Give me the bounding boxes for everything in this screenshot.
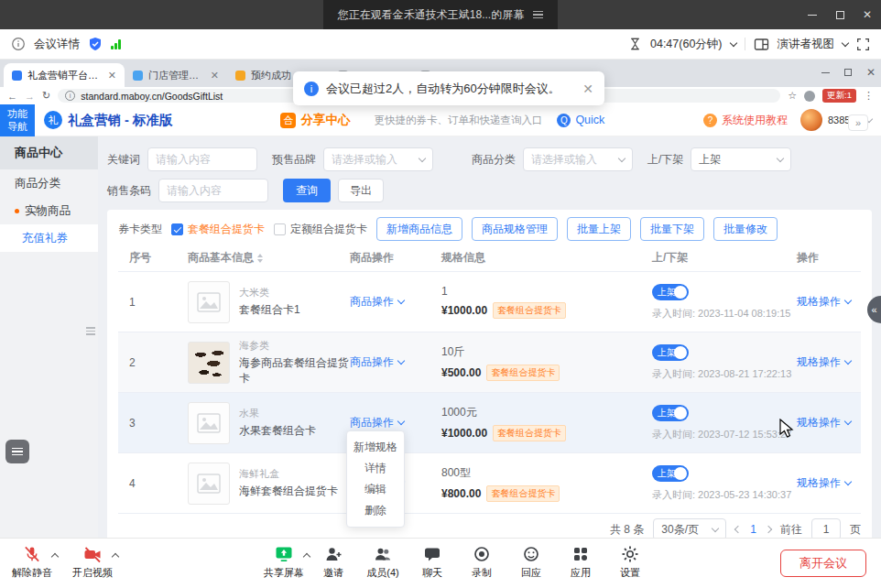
spec-action-link[interactable]: 规格操作 (797, 415, 855, 430)
browser-maximize-icon[interactable] (844, 69, 852, 76)
toast-close-icon[interactable]: ✕ (582, 82, 593, 96)
menu-item-add-spec[interactable]: 新增规格 (347, 437, 404, 458)
product-action-link[interactable]: 商品操作 (350, 415, 441, 430)
page-size-select[interactable]: 30条/页 (653, 518, 726, 538)
panel-collapse-button[interactable]: » (848, 114, 868, 131)
maximize-button[interactable] (826, 0, 854, 29)
batch-edit-button[interactable]: 批量修改 (713, 217, 778, 241)
nav-label-line1: 功能 (7, 107, 27, 120)
card-toolbar: 券卡类型 套餐组合提货卡 定额组合提货卡 新增商品信息 商品规格管理 批量上架 … (118, 217, 861, 241)
tab-close-icon[interactable]: ✕ (211, 70, 219, 82)
menu-item-delete[interactable]: 删除 (347, 500, 404, 521)
checkbox-combo-card[interactable]: 套餐组合提货卡 (171, 222, 265, 237)
product-action-link[interactable]: 商品操作 (350, 354, 441, 370)
keyword-input[interactable] (147, 147, 257, 171)
back-icon[interactable]: ← (7, 91, 17, 102)
entry-time: 录入时间: 2023-08-21 17:22:13 (652, 367, 797, 381)
tutorial-link[interactable]: ? 系统使用教程 (703, 113, 788, 128)
star-icon[interactable]: ☆ (788, 90, 797, 102)
browser-minimize-icon[interactable] (821, 72, 830, 73)
menu-item-edit[interactable]: 编辑 (347, 479, 404, 500)
network-signal-icon[interactable] (111, 39, 121, 49)
batch-off-shelf-button[interactable]: 批量下架 (640, 217, 704, 241)
apps-button[interactable]: 应用 (556, 544, 605, 580)
unmute-button[interactable]: 解除静音 (7, 544, 57, 580)
chat-button[interactable]: 聊天 (408, 544, 457, 580)
minimize-button[interactable] (799, 0, 826, 29)
nav-label-line2: 导航 (7, 120, 27, 133)
share-center-label: 分享中心 (300, 112, 350, 128)
toast-info-icon: i (304, 82, 319, 96)
spec-action-link[interactable]: 规格操作 (797, 475, 855, 491)
start-video-button[interactable]: 开启视频 (68, 544, 117, 580)
function-nav-button[interactable]: 功能 导航 (0, 104, 35, 136)
settings-button[interactable]: 设置 (605, 544, 655, 580)
forward-icon[interactable]: → (25, 91, 35, 102)
meeting-details-button[interactable]: 会议详情 (34, 37, 80, 52)
goto-page-input[interactable] (811, 518, 841, 538)
checkbox-fixed-card[interactable]: 定额组合提货卡 (274, 222, 367, 237)
reaction-button[interactable]: 回应 (506, 544, 556, 580)
on-shelf-toggle[interactable]: 上架 (652, 405, 689, 421)
category-select[interactable]: 请选择或输入 (523, 147, 633, 171)
next-page-button[interactable] (765, 526, 772, 533)
sidebar-item-physical-goods[interactable]: 实物商品 (0, 197, 98, 224)
brand-select[interactable]: 请选择或输入 (323, 147, 433, 171)
sort-icon[interactable] (257, 254, 263, 263)
current-page[interactable]: 1 (750, 523, 756, 536)
toolbar-item-label: 共享屏幕 (264, 566, 304, 580)
close-button[interactable]: ✕ (854, 0, 881, 29)
search-button[interactable]: 查询 (283, 179, 331, 202)
view-dropdown-chevron-icon[interactable] (842, 38, 849, 46)
fullscreen-icon[interactable] (856, 38, 870, 51)
annotation-tool-button[interactable] (5, 440, 29, 463)
mic-options-chevron-icon[interactable] (51, 553, 59, 561)
view-mode-button[interactable]: 演讲者视图 (778, 37, 835, 52)
members-button[interactable]: 成员(4) (358, 544, 408, 580)
spec-manage-button[interactable]: 商品规格管理 (472, 217, 558, 241)
col-action: 商品操作 (350, 250, 441, 266)
browser-close-icon[interactable]: ✕ (866, 66, 876, 79)
on-shelf-toggle[interactable]: 上架 (652, 344, 689, 361)
status-select[interactable]: 上架 (691, 147, 791, 171)
prev-page-button[interactable] (734, 526, 742, 533)
sidebar-item-gift-voucher[interactable]: 充值礼券 (0, 224, 98, 252)
record-button[interactable]: 录制 (457, 544, 506, 580)
barcode-input[interactable] (158, 179, 268, 202)
browser-menu-icon[interactable]: ⋮ (864, 90, 874, 102)
video-options-chevron-icon[interactable] (112, 553, 119, 561)
sidebar-item-category[interactable]: 商品分类 (0, 169, 98, 197)
share-center-link[interactable]: 合 分享中心 (280, 112, 350, 128)
export-button[interactable]: 导出 (338, 179, 384, 202)
update-badge[interactable]: 更新:1 (822, 89, 856, 103)
browser-tab[interactable]: 门店管理中心 ✕ (125, 63, 227, 87)
invite-button[interactable]: 邀请 (309, 544, 358, 580)
spec-action-link[interactable]: 规格操作 (797, 294, 855, 310)
share-screen-button[interactable]: 共享屏幕 (259, 544, 309, 580)
page-unit-label: 页 (850, 522, 861, 538)
site-info-icon[interactable]: i (65, 91, 75, 101)
profile-icon[interactable] (804, 91, 815, 102)
tab-close-icon[interactable]: ✕ (108, 70, 116, 82)
on-shelf-toggle[interactable]: 上架 (652, 465, 689, 482)
browser-tab[interactable]: 礼盒营销平台管理中心 ✕ (4, 63, 125, 87)
minimize-icon (808, 15, 817, 16)
annotation-list-icon (12, 448, 23, 456)
on-shelf-toggle[interactable]: 上架 (652, 284, 689, 300)
leave-meeting-button[interactable]: 离开会议 (780, 550, 866, 577)
add-product-button[interactable]: 新增商品信息 (376, 217, 462, 241)
menu-item-detail[interactable]: 详情 (347, 458, 404, 479)
batch-on-shelf-button[interactable]: 批量上架 (567, 217, 631, 241)
refresh-icon[interactable]: ↻ (42, 90, 50, 102)
status-value: 上架 (699, 152, 721, 168)
price: ¥1000.00 (441, 304, 487, 317)
quick-search-link[interactable]: Q Quick (557, 114, 604, 127)
row-index: 3 (129, 417, 188, 430)
chevron-down-icon (397, 418, 405, 425)
product-action-link[interactable]: 商品操作 (350, 294, 441, 310)
hamburger-icon[interactable] (533, 11, 543, 19)
timer-dropdown-chevron-icon[interactable] (729, 38, 736, 46)
spec-action-link[interactable]: 规格操作 (797, 354, 855, 370)
sidebar-collapse-handle[interactable] (86, 327, 95, 335)
security-shield-icon[interactable] (88, 37, 103, 51)
